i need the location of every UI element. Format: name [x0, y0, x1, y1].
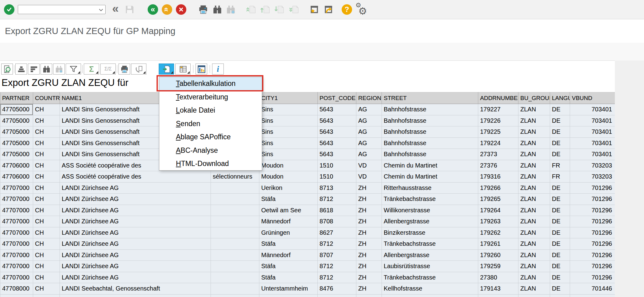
table-cell[interactable]: Tränkebachstrasse	[382, 194, 478, 205]
table-cell[interactable]: ZH	[356, 249, 382, 261]
table-cell[interactable]: LANDI Zürichsee AG	[60, 182, 211, 194]
table-cell[interactable]: 179261	[478, 238, 518, 250]
table-cell[interactable]: 1510	[318, 160, 356, 171]
table-cell[interactable]: 5643	[318, 126, 356, 138]
table-cell[interactable]: 701296	[570, 216, 615, 227]
table-cell[interactable]: 8713	[318, 182, 356, 194]
table-cell[interactable]: 179227	[478, 104, 518, 115]
table-cell[interactable]: 5643	[318, 104, 356, 115]
table-cell[interactable]: 8618	[318, 205, 356, 216]
cancel-icon[interactable]	[176, 4, 187, 15]
table-cell[interactable]	[211, 272, 259, 283]
table-cell[interactable]: 1510	[318, 171, 356, 183]
table-cell[interactable]: DE	[550, 104, 570, 115]
table-cell[interactable]: 8708	[318, 216, 356, 227]
table-cell[interactable]: LANDI Zürichsee AG	[60, 194, 211, 205]
table-cell[interactable]: sélectionneurs	[211, 171, 259, 183]
print-icon[interactable]	[118, 64, 130, 75]
table-cell[interactable]: 47705000	[0, 104, 33, 115]
table-cell[interactable]: ZLAN	[518, 283, 550, 295]
table-cell[interactable]: Stäfa	[259, 261, 318, 272]
table-cell[interactable]: 179265	[478, 194, 518, 205]
table-cell[interactable]: AG	[356, 104, 382, 115]
table-cell[interactable]: ASS Société coopérative des	[60, 171, 211, 183]
column-header-partner[interactable]: PARTNER	[0, 92, 33, 104]
table-cell[interactable]: 703203	[570, 171, 615, 183]
exit-icon[interactable]: «	[161, 4, 173, 15]
table-cell[interactable]: Laubisrütistrasse	[382, 261, 478, 272]
table-cell[interactable]: CH	[33, 171, 60, 183]
table-cell[interactable]: CH	[33, 205, 60, 216]
table-cell[interactable]: LANDI Zürichsee AG	[60, 205, 211, 216]
table-cell[interactable]: LANDI Seebachtal, Genossenschaft	[60, 294, 211, 297]
table-cell[interactable]: 179262	[478, 227, 518, 238]
table-cell[interactable]: DE	[550, 261, 570, 272]
help-icon[interactable]: ?	[341, 4, 352, 15]
table-cell[interactable]: 47706000	[0, 171, 33, 183]
export-menu-item-tabellenkalkulation[interactable]: Tabellenkalkulation	[159, 77, 262, 91]
table-cell[interactable]: VD	[356, 171, 382, 183]
table-cell[interactable]: 179316	[478, 171, 518, 183]
table-cell[interactable]: Sins	[259, 137, 318, 149]
enter-icon[interactable]	[4, 4, 15, 15]
export-menu-item-textverarbeitung[interactable]: Textverarbeitung	[159, 91, 262, 104]
table-cell[interactable]: DE	[550, 149, 570, 160]
table-cell[interactable]: 701296	[570, 272, 615, 283]
table-cell[interactable]	[211, 227, 259, 238]
table-cell[interactable]: DE	[550, 205, 570, 216]
table-cell[interactable]: CH	[33, 182, 60, 194]
table-cell[interactable]: 47707000	[0, 261, 33, 272]
table-cell[interactable]: ZLAN	[518, 194, 550, 205]
table-cell[interactable]: 8477	[318, 294, 356, 297]
table-cell[interactable]: Allenbergstrasse	[382, 249, 478, 261]
table-cell[interactable]: LANDI Zürichsee AG	[60, 227, 211, 238]
table-cell[interactable]: 8476	[318, 283, 356, 295]
table-cell[interactable]: LANDI Zürichsee AG	[60, 249, 211, 261]
export-menu-item-abc-analyse[interactable]: ABC-Analyse	[159, 144, 262, 157]
table-cell[interactable]: LANDI Zürichsee AG	[60, 272, 211, 283]
table-cell[interactable]: VD	[356, 160, 382, 171]
table-cell[interactable]: 179266	[478, 182, 518, 194]
table-cell[interactable]: ZLAN	[518, 294, 550, 297]
table-cell[interactable]: CH	[33, 160, 60, 171]
table-cell[interactable]: Tränkebachstrasse	[382, 272, 478, 283]
find-icon[interactable]	[212, 4, 223, 15]
table-cell[interactable]: ZLAN	[518, 160, 550, 171]
table-cell[interactable]: DE	[550, 283, 570, 295]
table-cell[interactable]: ZLAN	[518, 115, 550, 126]
table-cell[interactable]: 47707000	[0, 227, 33, 238]
table-cell[interactable]: 701296	[570, 194, 615, 205]
table-cell[interactable]: 179225	[478, 126, 518, 138]
table-cell[interactable]: Oberstammheim	[259, 294, 318, 297]
table-cell[interactable]: Oetwil am See	[259, 205, 318, 216]
table-cell[interactable]: AG	[356, 149, 382, 160]
table-cell[interactable]: ZLAN	[518, 272, 550, 283]
table-cell[interactable]: ZLAN	[518, 182, 550, 194]
table-cell[interactable]: 179263	[478, 216, 518, 227]
table-cell[interactable]: 701446	[570, 294, 615, 297]
table-cell[interactable]: ZLAN	[518, 104, 550, 115]
table-cell[interactable]: 179224	[478, 137, 518, 149]
table-cell[interactable]: Stäfa	[259, 238, 318, 250]
table-cell[interactable]: CH	[33, 194, 60, 205]
column-header-country[interactable]: COUNTRY	[33, 92, 60, 104]
table-cell[interactable]: 8627	[318, 227, 356, 238]
export-menu-item-html-download[interactable]: HTML-Download	[159, 157, 262, 171]
table-cell[interactable]: 47708000	[0, 294, 33, 297]
table-cell[interactable]: 47707000	[0, 194, 33, 205]
table-cell[interactable]: CH	[33, 249, 60, 261]
table-cell[interactable]: FR	[550, 171, 570, 183]
table-cell[interactable]: ZLAN	[518, 216, 550, 227]
table-cell[interactable]	[211, 194, 259, 205]
table-cell[interactable]: 47706000	[0, 160, 33, 171]
table-cell[interactable]: ZH	[356, 283, 382, 295]
back-icon[interactable]: «	[147, 4, 158, 15]
table-cell[interactable]	[211, 249, 259, 261]
sum-icon[interactable]: Σ	[84, 64, 99, 75]
table-cell[interactable]: Moudon	[259, 171, 318, 183]
table-cell[interactable]: Männedorf	[259, 249, 318, 261]
table-cell[interactable]: Unterstammheim	[259, 283, 318, 295]
table-cell[interactable]: Ritterhausstrasse	[382, 182, 478, 194]
table-cell[interactable]: CH	[33, 261, 60, 272]
graphics-icon[interactable]	[196, 64, 207, 75]
